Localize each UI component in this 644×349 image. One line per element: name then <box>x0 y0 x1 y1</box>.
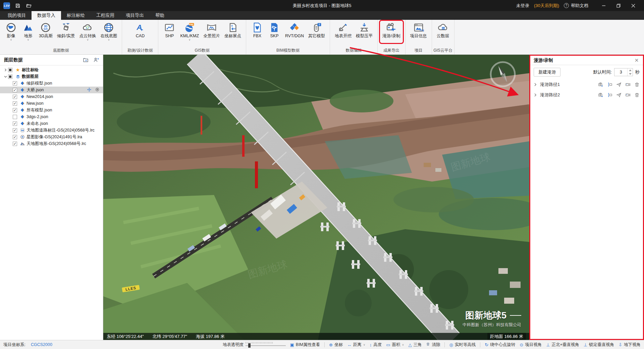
new-folder-icon[interactable] <box>83 57 89 63</box>
layer-row-annotation[interactable]: ★ 标注标绘 <box>0 66 103 73</box>
rotate-around-center-tool[interactable]: ↻绕中心点旋转 <box>485 342 515 348</box>
pointcloud-convert-button[interactable]: 点云转换∨ <box>77 21 98 42</box>
checkbox-checked[interactable] <box>13 121 17 126</box>
model-flatten-button[interactable]: 模型压平∨ <box>354 21 374 42</box>
layer-row[interactable]: New.json <box>0 100 103 107</box>
tab-help[interactable]: 帮助 <box>150 11 170 20</box>
stepper-down-icon[interactable] <box>628 72 633 76</box>
tab-data-import[interactable]: 数据导入 <box>32 11 61 20</box>
panorama-photo-button[interactable]: 全景照片∨ <box>202 21 222 42</box>
tab-annotation[interactable]: 标注标绘 <box>61 11 91 20</box>
crs-value[interactable]: CGCS2000 <box>31 342 52 347</box>
fly-route-icon[interactable] <box>616 92 622 98</box>
coordinate-points-button[interactable]: T 坐标展点∨ <box>223 21 243 42</box>
rename-route-icon[interactable] <box>607 82 612 87</box>
layer-row[interactable]: 未命名.json <box>0 120 103 127</box>
move-model-icon[interactable] <box>87 87 92 93</box>
kml-kmz-button[interactable]: KML KML/KMZ∨ <box>178 21 201 42</box>
roam-route-row[interactable]: 漫游路径2 <box>530 90 643 99</box>
stepper-up-icon[interactable] <box>628 68 633 72</box>
save-icon[interactable] <box>15 3 21 9</box>
underground-view-tool[interactable]: ⇩地下视角 <box>619 342 641 348</box>
lock-vertical-view-tool[interactable]: ⊥锁定垂直视角 <box>584 342 614 348</box>
gaussian-3d-button[interactable]: 3DGS 3D高斯∨ <box>37 21 54 42</box>
triangle-tool[interactable]: △三角 <box>408 342 422 348</box>
fbx-button[interactable]: FBX∨ <box>249 21 265 42</box>
compass[interactable] <box>487 59 518 90</box>
map-viewport[interactable]: 图新地球 图新地球 LLES 图新地球5 中科图新（苏州）科技有限公司 东经 1… <box>103 55 529 340</box>
checkbox-checked[interactable] <box>13 101 17 106</box>
rvt-dgn-button[interactable]: RVT/DGN∨ <box>283 21 306 42</box>
layer-row[interactable]: LRC 天地图道路标注-GS(2024)0568号.lrc <box>0 127 103 134</box>
default-time-value[interactable]: 3 <box>614 68 627 76</box>
checkbox-checked[interactable] <box>13 128 17 133</box>
layer-row[interactable]: 星图影像-GS(2024)1491号.lra <box>0 134 103 140</box>
checkbox-checked[interactable] <box>13 81 17 86</box>
height-tool[interactable]: ↕高度 <box>370 342 382 348</box>
online-basemap-button[interactable]: 在线底图∨ <box>99 21 119 42</box>
checkbox-partial[interactable] <box>8 74 12 79</box>
surface-opacity-slider[interactable] <box>246 342 286 347</box>
checkbox-checked[interactable] <box>13 142 17 146</box>
rename-route-icon[interactable] <box>607 92 612 98</box>
new-roam-button[interactable]: 新建漫游 <box>534 68 560 77</box>
distance-tool[interactable]: ↔距离∨ <box>347 342 365 348</box>
close-button[interactable] <box>626 0 641 11</box>
close-panel-icon[interactable]: ✕ <box>634 57 640 63</box>
checkbox-unchecked[interactable] <box>13 115 17 119</box>
minimize-button[interactable] <box>596 0 611 11</box>
tab-my-project[interactable]: 我的项目 <box>2 11 32 20</box>
layer-row[interactable]: New2014.json <box>0 93 103 100</box>
checkbox-checked[interactable] <box>13 108 17 112</box>
record-video-icon[interactable] <box>625 92 631 98</box>
skp-button[interactable]: SKP∨ <box>266 21 282 42</box>
north-vertical-view-tool[interactable]: ⊥正北+垂直视角 <box>546 342 579 348</box>
add-viewpoint-icon[interactable] <box>598 82 603 87</box>
checkbox-checked[interactable] <box>13 95 17 99</box>
delete-route-icon[interactable] <box>634 92 640 98</box>
login-status[interactable]: 未登录 <box>516 3 529 9</box>
area-tool[interactable]: ▭面积∨ <box>386 342 404 348</box>
oblique-photo-button[interactable]: 倾斜/实景∨ <box>55 21 76 42</box>
cloud-data-button[interactable]: 云数据∨ <box>435 21 451 42</box>
layer-row[interactable]: 倾斜模型.json <box>0 80 103 87</box>
cad-button[interactable]: A CAD∨ <box>132 21 148 42</box>
chevron-down-icon[interactable] <box>3 75 8 78</box>
coordinate-tool[interactable]: ⊕坐标 <box>329 342 343 348</box>
other-models-button[interactable]: T 其它模型∨ <box>307 21 327 42</box>
checkbox-checked[interactable] <box>13 88 17 92</box>
fly-route-icon[interactable] <box>616 82 622 87</box>
clear-tool[interactable]: 清除 <box>426 342 440 348</box>
default-time-stepper[interactable]: 3 <box>614 68 633 76</box>
bim-attribute-tool[interactable]: ▣BIM属性查看 <box>290 342 320 348</box>
layer-row[interactable]: 天地图地形-GS(2024)0568号.lrc <box>0 140 103 147</box>
tab-project-export[interactable]: 项目导出 <box>120 11 150 20</box>
project-info-button[interactable]: Logo 项目信息∨ <box>409 21 429 42</box>
slider-handle[interactable] <box>248 343 251 348</box>
chevron-right-icon[interactable] <box>534 93 537 97</box>
chevron-right-icon[interactable] <box>534 83 537 86</box>
record-video-icon[interactable] <box>625 82 631 87</box>
realtime-contour-tool[interactable]: ◎实时等高线 <box>449 342 476 348</box>
delete-route-icon[interactable] <box>634 82 640 87</box>
surface-excavation-button[interactable]: 地表开挖∨ <box>333 21 353 42</box>
checkbox-checked[interactable] <box>13 135 17 139</box>
add-viewpoint-icon[interactable] <box>598 92 603 98</box>
layer-row-data-layers[interactable]: 数据图层 <box>0 73 103 80</box>
tab-engineering[interactable]: 工程应用 <box>91 11 120 20</box>
checkbox-partial[interactable] <box>8 68 12 72</box>
layer-row-selected[interactable]: 大桥.json <box>0 87 103 93</box>
layer-row[interactable]: 3dgs-2.json <box>0 113 103 120</box>
roam-route-row[interactable]: 漫游路径1 <box>530 80 643 89</box>
project-view-tool[interactable]: ⊙项目视角 <box>520 342 542 348</box>
open-folder-icon[interactable] <box>25 3 32 9</box>
add-marker-icon[interactable] <box>93 57 99 63</box>
layer-row[interactable]: 所有模型.json <box>0 107 103 113</box>
terrain-button[interactable]: 地形∨ <box>20 21 36 42</box>
imagery-button[interactable]: 影像∨ <box>3 21 19 42</box>
chevron-right-icon[interactable] <box>3 68 8 71</box>
restore-button[interactable] <box>611 0 626 11</box>
roam-record-button[interactable]: 漫游/录制∨ <box>381 21 402 42</box>
locate-model-icon[interactable] <box>95 87 100 93</box>
help-doc-link[interactable]: ? 帮助文档 <box>564 3 588 9</box>
